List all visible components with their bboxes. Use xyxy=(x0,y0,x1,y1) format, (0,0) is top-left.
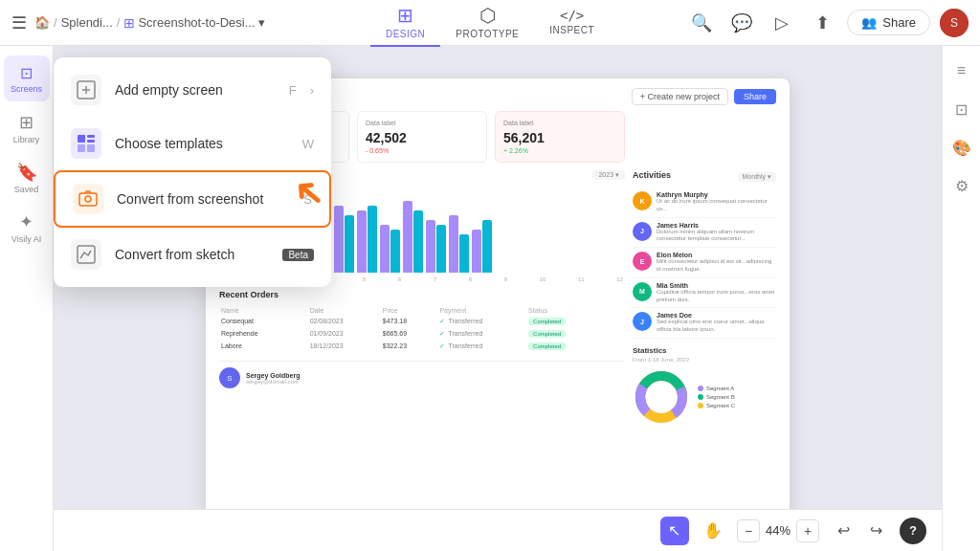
tab-prototype[interactable]: ⬡ PROTOTYPE xyxy=(440,0,534,47)
library-icon: ⊞ xyxy=(19,112,33,133)
components-icon[interactable]: ⊡ xyxy=(947,94,977,124)
activity-item: M Mia Smith Cupiditat officia tempor iru… xyxy=(633,278,776,309)
sidebar-item-library[interactable]: ⊞ Library xyxy=(4,105,50,151)
table-row: Labore 18/12/2023 $322.23 ✓Transferred C… xyxy=(221,341,623,351)
redo-button[interactable]: ↪ xyxy=(861,517,890,545)
activity-item: J James Harris Dolorum minim aliquam ull… xyxy=(633,218,776,249)
export-button[interactable]: ⬆ xyxy=(807,8,837,38)
table-row: Reprehende 01/09/2023 $665.69 ✓Transferr… xyxy=(221,328,623,339)
cursor-tool[interactable]: ↖ xyxy=(660,517,689,545)
activity-item: E Elon Melon Milit consectetur adipisci … xyxy=(633,248,776,278)
right-sidebar: ≡ ⊡ 🎨 ⚙ xyxy=(942,46,980,551)
svg-rect-13 xyxy=(78,144,85,152)
design-icon: ⊞ xyxy=(397,4,413,27)
menu-item-convert-sketch[interactable]: Convert from sketch Beta xyxy=(54,228,331,281)
hamburger-icon[interactable]: ☰ xyxy=(11,12,27,33)
sidebar-item-saved[interactable]: 🔖 Saved xyxy=(4,155,50,201)
left-sidebar: ⊡ Screens ⊞ Library 🔖 Saved ✦ Visily AI xyxy=(0,46,54,551)
undo-button[interactable]: ↩ xyxy=(829,517,858,545)
arrow-icon: › xyxy=(310,83,314,98)
visily-icon: ✦ xyxy=(19,211,33,232)
zoom-value: 44% xyxy=(766,523,791,538)
zoom-in-button[interactable]: + xyxy=(796,519,819,542)
activity-item: J James Doe Sed explicat utno erat coeur… xyxy=(633,308,776,339)
menu-item-add-empty[interactable]: Add empty screen F › xyxy=(54,63,331,117)
prototype-icon: ⬡ xyxy=(479,4,496,27)
tab-design[interactable]: ⊞ DESIGN xyxy=(370,0,440,47)
svg-rect-12 xyxy=(87,140,95,143)
undo-redo: ↩ ↪ xyxy=(829,517,890,545)
svg-point-16 xyxy=(85,196,91,202)
bottom-bar: ↖ ✋ − 44% + ↩ ↪ ? xyxy=(54,509,942,551)
share-dashboard-btn[interactable]: Share xyxy=(734,89,776,104)
share-button[interactable]: 👥 Share xyxy=(847,10,930,35)
svg-rect-14 xyxy=(87,144,95,152)
comment-button[interactable]: 💬 xyxy=(726,8,757,38)
create-project-btn[interactable]: + Create new project xyxy=(632,88,728,105)
play-button[interactable]: ▷ xyxy=(767,8,797,38)
settings-icon[interactable]: ⚙ xyxy=(947,170,977,201)
avatar[interactable]: S xyxy=(940,9,969,37)
zoom-controls: − 44% + xyxy=(737,519,819,542)
activity-item: K Kathryn Murphy Ut ac do irure ipsum co… xyxy=(633,187,776,218)
donut-chart xyxy=(633,368,690,426)
layers-icon[interactable]: ≡ xyxy=(947,55,977,86)
activities-list: K Kathryn Murphy Ut ac do irure ipsum co… xyxy=(633,187,776,339)
tab-inspect[interactable]: </> INSPECT xyxy=(534,2,610,43)
topbar: ☰ 🏠 / Splendi... / ⊞ Screenshot-to-Desi.… xyxy=(0,0,980,46)
stat-card-2: Data label 42,502 - 0.65% xyxy=(357,111,487,163)
saved-icon: 🔖 xyxy=(16,162,37,183)
svg-rect-15 xyxy=(79,193,97,206)
beta-badge: Beta xyxy=(282,249,314,261)
add-empty-icon xyxy=(71,75,101,105)
sketch-icon xyxy=(71,239,101,270)
screens-icon: ⊡ xyxy=(20,64,33,82)
topbar-center: ⊞ DESIGN ⬡ PROTOTYPE </> INSPECT xyxy=(370,0,610,47)
colors-icon[interactable]: 🎨 xyxy=(947,132,977,163)
stat-card-3: Data label 56,201 + 2.26% xyxy=(495,111,625,163)
table-row: Consequat 02/08/2023 $473.18 ✓Transferre… xyxy=(221,316,623,326)
templates-icon xyxy=(71,128,101,159)
sidebar-item-screens[interactable]: ⊡ Screens xyxy=(4,55,50,101)
topbar-right: 🔍 💬 ▷ ⬆ 👥 Share S xyxy=(686,8,969,38)
svg-rect-11 xyxy=(87,135,95,138)
share-icon: 👥 xyxy=(861,15,877,30)
sidebar-item-visily[interactable]: ✦ Visily AI xyxy=(4,205,50,251)
zoom-out-button[interactable]: − xyxy=(737,519,760,542)
inspect-icon: </> xyxy=(560,8,584,23)
screenshot-icon xyxy=(73,184,103,214)
menu-item-convert-screenshot[interactable]: Convert from screenshot S xyxy=(54,170,331,228)
stats-section: Statistics From 1-18 June, 2022 Segment … xyxy=(633,346,776,426)
dropdown-menu: Add empty screen F › Choose templates W … xyxy=(54,57,331,287)
svg-text:S: S xyxy=(950,16,958,30)
svg-rect-10 xyxy=(78,135,85,143)
help-button[interactable]: ? xyxy=(900,518,926,544)
orders-table: Name Date Price Payment Status Consequat… xyxy=(219,305,625,353)
breadcrumb: 🏠 / Splendi... / ⊞ Screenshot-to-Desi...… xyxy=(34,15,265,31)
svg-point-6 xyxy=(648,384,675,410)
menu-item-choose-templates[interactable]: Choose templates W xyxy=(54,117,331,170)
hand-tool[interactable]: ✋ xyxy=(699,517,727,545)
search-button[interactable]: 🔍 xyxy=(686,8,717,38)
